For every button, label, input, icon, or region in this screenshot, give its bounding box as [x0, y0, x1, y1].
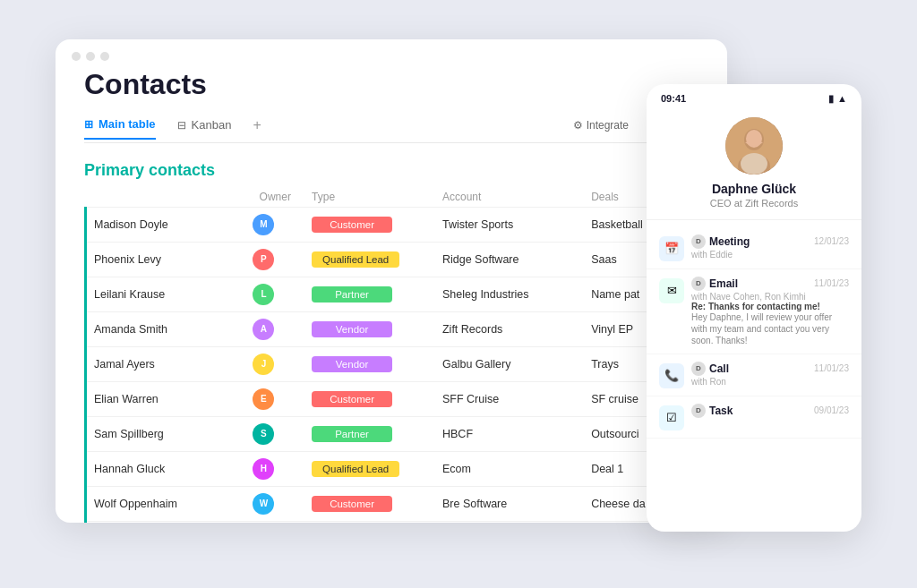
status-time: 09:41 — [661, 93, 686, 104]
cell-account: Sheleg Industries — [435, 277, 584, 311]
activity-header: D Task 09/01/23 — [691, 404, 849, 418]
activity-item-email[interactable]: ✉ D Email 11/01/23 with Nave Cohen, Ron … — [647, 269, 861, 354]
status-bar: 09:41 ▮ ▲ — [647, 84, 861, 108]
activity-date: 11/01/23 — [814, 278, 849, 288]
kanban-icon: ⊟ — [177, 119, 186, 132]
owner-avatar: W — [253, 493, 274, 515]
table-row[interactable]: Sam Spillberg S Partner HBCF Outsourci — [86, 416, 699, 451]
tab-kanban-label: Kanban — [192, 118, 232, 132]
cell-owner: L — [245, 277, 304, 311]
activity-row: D Email — [691, 277, 738, 291]
owner-avatar: P — [253, 249, 274, 270]
type-badge: Qualified Lead — [312, 251, 399, 268]
cell-type: Customer — [304, 486, 435, 521]
activity-header: D Email 11/01/23 — [691, 277, 849, 291]
col-header-owner: Owner — [245, 187, 304, 208]
table-row[interactable]: Wolf Oppenhaim W Customer Bre Software C… — [86, 486, 699, 521]
cell-type: Qualified Lead — [304, 242, 435, 277]
table-section: Primary contacts Owner Type Account Deal… — [56, 161, 727, 523]
profile-name: Daphne Glück — [712, 182, 796, 196]
cell-account: Bre Software — [435, 486, 584, 521]
dot-red — [72, 52, 81, 61]
table-row[interactable]: Amanda Smith A Vendor Zift Records Vinyl… — [86, 311, 699, 346]
email-body: Hey Daphne, I will review your offer wit… — [691, 311, 849, 346]
status-icons: ▮ ▲ — [828, 93, 847, 105]
cell-type: Customer — [304, 381, 435, 416]
activity-header: D Meeting 12/01/23 — [691, 234, 849, 249]
cell-type: Vendor — [304, 346, 435, 381]
table-row[interactable]: Leilani Krause L Partner Sheleg Industri… — [86, 277, 699, 311]
activity-header: D Call 11/01/23 — [691, 362, 849, 376]
main-card: Contacts ⊞ Main table ⊟ Kanban + ⚙ Integ… — [56, 39, 727, 523]
cell-type: Customer — [304, 207, 435, 242]
cell-type: Customer — [304, 521, 435, 523]
activity-type: Email — [709, 277, 738, 290]
table-row[interactable]: Jamal Ayers J Vendor Galbu Gallery Trays — [86, 346, 699, 381]
task-icon: ☑ — [666, 411, 677, 424]
cell-owner: H — [245, 451, 304, 486]
table-row[interactable]: Phoenix Levy P Qualified Lead Ridge Soft… — [86, 242, 699, 277]
tab-kanban[interactable]: ⊟ Kanban — [177, 118, 232, 139]
cell-account: Zift Records — [435, 311, 584, 346]
col-header-type: Type — [304, 187, 435, 208]
email-icon-wrap: ✉ — [659, 278, 684, 303]
cell-type: Partner — [304, 416, 435, 451]
activities-list: 📅 D Meeting 12/01/23 with Eddie ✉ D Emai… — [647, 220, 861, 532]
cell-type: Vendor — [304, 311, 435, 346]
tab-add-button[interactable]: + — [253, 117, 261, 141]
cell-owner: J — [245, 346, 304, 381]
tabs-row: ⊞ Main table ⊟ Kanban + ⚙ Integrate A B … — [84, 115, 698, 143]
type-badge: Partner — [312, 426, 392, 442]
cell-owner: J — [245, 521, 304, 523]
type-badge: Customer — [312, 496, 392, 512]
activity-body: D Call 11/01/23 with Ron — [691, 362, 849, 387]
cell-name: Madison Doyle — [86, 207, 246, 242]
email-icon: ✉ — [667, 284, 677, 297]
profile-section: Daphne Glück CEO at Zift Records — [647, 108, 861, 220]
wifi-icon: ▲ — [837, 93, 847, 104]
col-header-account: Account — [435, 187, 584, 208]
integrate-button[interactable]: ⚙ Integrate — [573, 119, 629, 139]
type-badge: Vendor — [312, 321, 392, 337]
owner-avatar: L — [253, 284, 274, 305]
activity-person-avatar: D — [691, 362, 706, 376]
cell-owner: A — [245, 311, 304, 346]
cell-name: Elian Warren — [86, 381, 246, 416]
cell-account: Twister Sports — [435, 207, 584, 242]
tab-main-table[interactable]: ⊞ Main table — [84, 117, 156, 140]
owner-avatar: H — [253, 458, 274, 480]
activity-item-call[interactable]: 📞 D Call 11/01/23 with Ron — [647, 354, 861, 396]
page-title: Contacts — [84, 68, 698, 101]
dot-yellow — [86, 52, 95, 61]
type-badge: Customer — [312, 391, 392, 407]
section-title: Primary contacts — [84, 161, 698, 180]
table-row[interactable]: Hannah Gluck H Qualified Lead Ecom Deal … — [86, 451, 699, 486]
col-header-name — [86, 187, 246, 208]
activity-row: D Meeting — [691, 234, 750, 249]
activity-sub: with Nave Cohen, Ron Kimhi — [691, 292, 849, 302]
activity-sub: with Ron — [691, 377, 849, 387]
cell-name: Phoenix Levy — [86, 242, 246, 277]
dot-green — [100, 52, 109, 61]
type-badge: Vendor — [312, 356, 392, 372]
activity-item-task[interactable]: ☑ D Task 09/01/23 — [647, 396, 861, 439]
mobile-card: 09:41 ▮ ▲ Daphne Glück CEO at Zift Recor… — [647, 84, 861, 532]
cell-name: Hannah Gluck — [86, 451, 246, 486]
activity-person-avatar: D — [691, 234, 706, 249]
cell-owner: M — [245, 207, 304, 242]
cell-type: Qualified Lead — [304, 451, 435, 486]
cell-account: Ridge Software — [435, 242, 584, 277]
table-row[interactable]: Elian Warren E Customer SFF Cruise SF cr… — [86, 381, 699, 416]
activity-row: D Call — [691, 362, 729, 376]
type-badge: Customer — [312, 217, 392, 233]
integrate-icon: ⚙ — [573, 119, 583, 132]
cell-name: Sam Spillberg — [86, 416, 246, 451]
table-icon: ⊞ — [84, 118, 93, 131]
table-row[interactable]: Madison Doyle M Customer Twister Sports … — [86, 207, 699, 242]
activity-item-meeting[interactable]: 📅 D Meeting 12/01/23 with Eddie — [647, 227, 861, 269]
cell-name: Jamal Ayers — [86, 346, 246, 381]
table-row[interactable]: John Walsh J Customer Rot EM Prototype — [86, 521, 699, 523]
integrate-label: Integrate — [587, 119, 629, 132]
cell-account: Rot EM — [435, 521, 584, 523]
cell-owner: P — [245, 242, 304, 277]
